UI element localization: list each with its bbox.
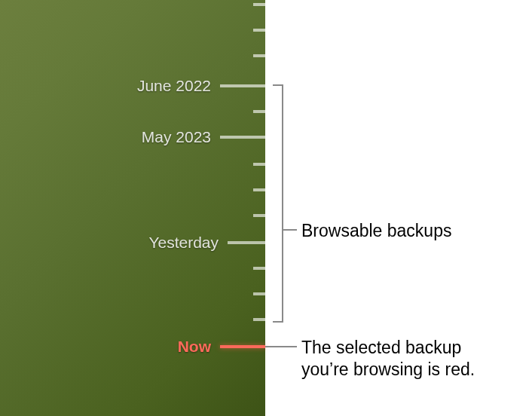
- timeline-major-tick-yesterday[interactable]: Yesterday: [228, 241, 265, 244]
- annotation-selected-line2: you’re browsing is red.: [301, 359, 475, 379]
- timeline-major-tick-june-2022[interactable]: June 2022: [220, 84, 265, 87]
- timeline-major-tick-may-2023[interactable]: May 2023: [220, 136, 265, 139]
- timeline-minor-tick: [253, 318, 265, 321]
- timeline-label-may-2023: May 2023: [142, 128, 211, 146]
- timeline-minor-tick: [253, 29, 265, 32]
- timeline-minor-tick: [253, 188, 265, 191]
- timeline-minor-tick: [253, 3, 265, 6]
- timeline-selected-tick-now[interactable]: Now: [220, 345, 265, 348]
- bracket-lead-browsable: [283, 229, 297, 231]
- bracket-browsable: [273, 84, 283, 323]
- timeline-minor-tick: [253, 163, 265, 166]
- annotation-browsable-backups: Browsable backups: [301, 220, 451, 242]
- lead-selected-now: [265, 346, 297, 347]
- annotation-browsable-text: Browsable backups: [301, 221, 451, 240]
- timeline-minor-tick: [253, 267, 265, 270]
- timeline-minor-tick: [253, 214, 265, 217]
- timeline-minor-tick: [253, 110, 265, 113]
- timeline-label-june-2022: June 2022: [137, 77, 211, 95]
- timeline-label-yesterday: Yesterday: [148, 234, 219, 252]
- annotation-selected-line1: The selected backup: [301, 338, 461, 357]
- diagram-stage: June 2022 May 2023 Yesterday Now Browsab…: [0, 0, 532, 416]
- annotation-selected-backup: The selected backup you’re browsing is r…: [301, 337, 527, 381]
- timeline-minor-tick: [253, 54, 265, 57]
- timeline-label-now: Now: [178, 338, 211, 356]
- time-machine-timeline-panel: June 2022 May 2023 Yesterday Now: [0, 0, 265, 416]
- timeline-minor-tick: [253, 292, 265, 295]
